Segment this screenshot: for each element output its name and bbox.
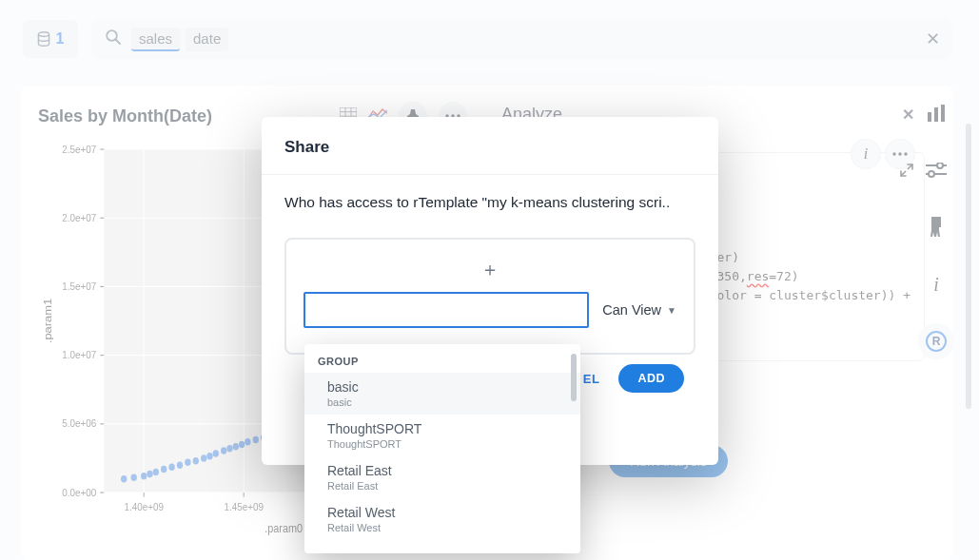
svg-point-43 xyxy=(147,471,152,478)
scrollbar-thumb[interactable] xyxy=(571,354,577,401)
app-root: 1 sales date ✕ Sales by Month(Date) xyxy=(0,0,979,560)
datasource-chip[interactable]: 1 xyxy=(23,20,78,58)
database-icon xyxy=(37,31,50,47)
info-icon[interactable]: i xyxy=(852,140,880,168)
svg-point-83 xyxy=(898,152,901,155)
svg-point-52 xyxy=(213,450,219,457)
popover-heading: GROUP xyxy=(304,356,580,373)
share-box: ＋ Can View ▼ xyxy=(284,238,695,355)
svg-point-45 xyxy=(161,466,166,473)
datasource-count: 1 xyxy=(56,30,65,48)
bar-chart-icon[interactable] xyxy=(918,95,954,131)
svg-rect-89 xyxy=(941,105,945,122)
search-bar[interactable]: sales date ✕ xyxy=(91,19,952,59)
svg-text:1.45e+09: 1.45e+09 xyxy=(224,500,263,512)
search-token[interactable]: date xyxy=(186,28,228,51)
sliders-icon[interactable] xyxy=(918,152,954,188)
svg-point-57 xyxy=(245,438,250,446)
svg-text:1.40e+09: 1.40e+09 xyxy=(124,500,163,512)
svg-point-51 xyxy=(206,453,212,460)
svg-text:1.0e+07: 1.0e+07 xyxy=(62,348,96,360)
share-question: Who has access to rTemplate "my k-means … xyxy=(284,194,695,211)
svg-point-0 xyxy=(38,32,49,36)
group-option[interactable]: basicbasic xyxy=(304,373,580,415)
modal-title: Share xyxy=(262,117,718,175)
svg-text:0.0e+00: 0.0e+00 xyxy=(62,486,96,498)
svg-rect-87 xyxy=(928,112,931,122)
svg-point-46 xyxy=(168,464,174,472)
search-icon xyxy=(105,29,122,49)
group-option[interactable]: ThoughtSPORTThoughtSPORT xyxy=(304,415,580,456)
group-option[interactable]: Retail EastRetail East xyxy=(304,456,580,498)
svg-text:2.0e+07: 2.0e+07 xyxy=(62,211,96,223)
svg-rect-88 xyxy=(934,107,938,122)
svg-point-40 xyxy=(121,475,127,483)
svg-text:5.0e+06: 5.0e+06 xyxy=(62,417,96,430)
svg-point-55 xyxy=(233,443,239,451)
svg-point-49 xyxy=(193,457,199,465)
plus-icon[interactable]: ＋ xyxy=(303,257,676,282)
svg-text:.param0: .param0 xyxy=(264,521,303,535)
svg-text:1.5e+07: 1.5e+07 xyxy=(62,280,96,292)
cancel-button[interactable]: EL xyxy=(583,372,600,386)
close-icon[interactable]: ✕ xyxy=(894,101,921,127)
svg-point-41 xyxy=(131,473,137,481)
brush-icon[interactable] xyxy=(918,209,954,245)
svg-point-53 xyxy=(221,447,226,454)
svg-point-54 xyxy=(226,445,232,453)
svg-point-58 xyxy=(253,436,259,444)
svg-point-91 xyxy=(937,163,943,168)
svg-rect-94 xyxy=(931,217,941,227)
svg-point-82 xyxy=(892,152,895,155)
svg-point-84 xyxy=(904,152,907,155)
svg-point-47 xyxy=(177,461,183,469)
search-tokens: sales date xyxy=(131,28,228,51)
scrollbar-thumb[interactable] xyxy=(966,124,971,409)
top-bar: 1 sales date ✕ xyxy=(23,19,952,59)
side-rail: i R xyxy=(918,95,954,359)
close-icon[interactable]: ✕ xyxy=(922,29,943,49)
group-popover: GROUP basicbasicThoughtSPORTThoughtSPORT… xyxy=(304,344,580,553)
modal-actions: EL ADD xyxy=(583,364,684,393)
svg-point-48 xyxy=(185,459,190,467)
group-option[interactable]: Retail WestRetail West xyxy=(304,498,580,540)
svg-point-42 xyxy=(141,473,147,480)
permission-dropdown[interactable]: Can View ▼ xyxy=(602,302,676,318)
expand-icon[interactable] xyxy=(899,163,914,182)
svg-text:.param1: .param1 xyxy=(42,299,54,344)
chevron-down-icon: ▼ xyxy=(667,305,676,316)
permission-label: Can View xyxy=(602,302,661,318)
share-input[interactable] xyxy=(303,292,589,328)
add-button[interactable]: ADD xyxy=(618,364,684,393)
svg-point-50 xyxy=(201,454,206,462)
code-snippet: 20)uster)ht=350,res=72), color = cluster… xyxy=(695,229,910,306)
svg-point-93 xyxy=(929,171,934,177)
svg-point-56 xyxy=(239,441,245,449)
info-icon[interactable]: i xyxy=(918,266,954,302)
svg-point-44 xyxy=(153,469,159,476)
search-token[interactable]: sales xyxy=(131,28,180,51)
chart-title: Sales by Month(Date) xyxy=(38,106,212,126)
svg-line-2 xyxy=(116,40,121,45)
svg-text:2.5e+07: 2.5e+07 xyxy=(62,143,96,155)
r-icon[interactable]: R xyxy=(918,323,954,359)
